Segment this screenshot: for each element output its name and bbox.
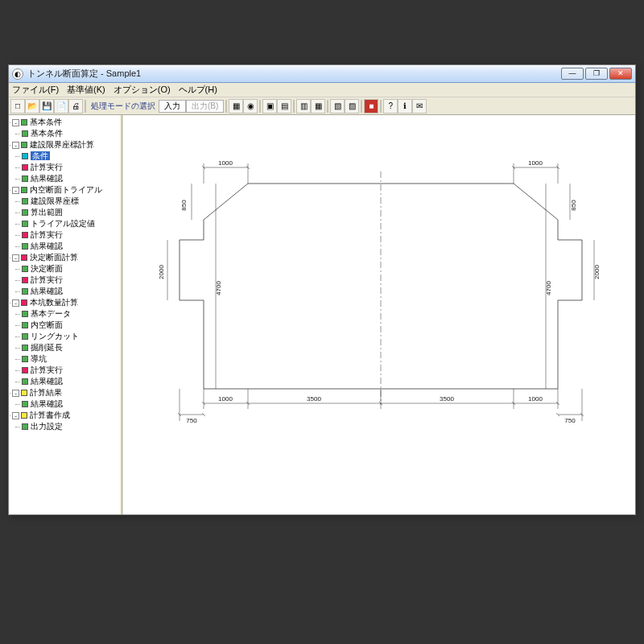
menu-option[interactable]: オプション(O): [114, 84, 171, 96]
minimize-button[interactable]: —: [561, 68, 584, 80]
help-icon[interactable]: ?: [383, 99, 398, 114]
collapse-icon[interactable]: -: [12, 299, 19, 307]
tool-icon-6[interactable]: ▦: [311, 99, 325, 114]
collapse-icon[interactable]: -: [12, 412, 19, 419]
dim-top-left: 1000: [218, 159, 233, 167]
tree-node[interactable]: 掘削延長: [31, 343, 63, 352]
separator: [293, 100, 295, 113]
node-icon: [22, 367, 28, 374]
drawing-canvas[interactable]: 1000 1000 850 850 4700 4700 2000 2000: [123, 115, 635, 514]
tree-node[interactable]: 導坑: [31, 354, 47, 363]
separator: [361, 100, 362, 113]
node-icon: [22, 333, 28, 340]
titlebar: ◐ トンネル断面算定 - Sample1 — ❐ ✕: [9, 65, 635, 83]
node-icon: [22, 130, 28, 137]
mode-output-button[interactable]: 出力(B): [186, 100, 224, 113]
tree-node[interactable]: 本坑数量計算: [30, 298, 78, 307]
tree-node[interactable]: 出力設定: [31, 422, 63, 431]
toolbar: □ 📂 💾 📄 🖨 処理モードの選択 入力 出力(B) ▦ ◉ ▣ ▤ ▥ ▦ …: [9, 97, 635, 115]
tree-node[interactable]: 結果確認: [31, 287, 63, 295]
tool-icon-9[interactable]: ■: [364, 99, 378, 114]
tree-node[interactable]: 計算実行: [31, 365, 63, 374]
node-icon: [22, 232, 28, 238]
node-icon: [21, 142, 27, 148]
tree-node[interactable]: 結果確認: [31, 377, 63, 386]
app-icon: ◐: [12, 68, 23, 80]
node-icon: [22, 401, 28, 407]
node-icon: [21, 299, 27, 306]
node-icon: [21, 254, 27, 261]
mode-input-button[interactable]: 入力: [159, 100, 186, 113]
menubar: ファイル(F) 基準値(K) オプション(O) ヘルプ(H): [9, 83, 635, 97]
collapse-icon[interactable]: -: [12, 142, 19, 149]
body: -基本条件 基本条件 -建設限界座標計算 条件 計算実行 結果確認 -内空断面ト…: [9, 115, 635, 514]
tree-node[interactable]: 決定断面: [31, 264, 63, 273]
tool-icon-1[interactable]: ▦: [229, 99, 243, 114]
tree-node-selected[interactable]: 条件: [31, 151, 50, 160]
separator: [225, 100, 227, 113]
node-icon: [22, 175, 28, 182]
tool-icon-2[interactable]: ◉: [243, 99, 258, 114]
info-icon[interactable]: ℹ: [398, 99, 412, 114]
collapse-icon[interactable]: -: [12, 254, 19, 262]
tree-node[interactable]: 基本条件: [31, 129, 63, 138]
close-button[interactable]: ✕: [609, 68, 632, 80]
node-icon: [22, 198, 28, 204]
tool-icon-3[interactable]: ▣: [262, 99, 277, 114]
window-title: トンネル断面算定 - Sample1: [27, 68, 561, 80]
node-icon: [21, 390, 27, 396]
tool-icon-4[interactable]: ▤: [277, 99, 291, 114]
saveas-icon[interactable]: 📄: [54, 99, 68, 114]
save-icon[interactable]: 💾: [39, 99, 54, 114]
maximize-button[interactable]: ❐: [585, 68, 608, 80]
node-icon: [21, 412, 27, 419]
tree-node[interactable]: 計算実行: [31, 163, 63, 171]
tool-icon-5[interactable]: ▥: [296, 99, 311, 114]
tree-node[interactable]: 計算結果: [30, 388, 62, 397]
node-icon: [21, 187, 27, 193]
tree-node[interactable]: 結果確認: [31, 174, 63, 183]
tree-node[interactable]: 計算実行: [31, 230, 63, 239]
tree-node[interactable]: トライアル設定値: [31, 219, 95, 228]
app-window: ◐ トンネル断面算定 - Sample1 — ❐ ✕ ファイル(F) 基準値(K…: [8, 64, 636, 515]
node-icon: [22, 311, 28, 317]
node-icon: [22, 209, 28, 216]
collapse-icon[interactable]: -: [12, 390, 19, 397]
new-icon[interactable]: □: [10, 99, 25, 114]
tree-node[interactable]: 基本条件: [30, 118, 62, 126]
tool-icon-7[interactable]: ▧: [330, 99, 345, 114]
dim-top-right: 1000: [528, 159, 543, 167]
collapse-icon[interactable]: -: [12, 187, 19, 194]
tool-icon-8[interactable]: ▨: [345, 99, 359, 114]
node-icon: [22, 288, 28, 295]
tree-node[interactable]: 結果確認: [31, 399, 63, 408]
tree-node[interactable]: 決定断面計算: [30, 253, 78, 262]
tree-node[interactable]: 内空断面トライアル: [30, 185, 102, 194]
node-icon: [22, 423, 28, 430]
tree-node[interactable]: 計算書作成: [30, 411, 70, 419]
collapse-icon[interactable]: -: [12, 119, 19, 126]
tree-node[interactable]: 建設限界座標: [31, 196, 79, 205]
dim-bottom-3: 3500: [440, 395, 454, 402]
tree-node[interactable]: 基本データ: [31, 309, 71, 318]
about-icon[interactable]: ✉: [412, 99, 427, 114]
dim-side-left: 2000: [158, 265, 165, 279]
open-icon[interactable]: 📂: [25, 99, 39, 114]
tree-node[interactable]: 建設限界座標計算: [30, 140, 94, 149]
tree-panel[interactable]: -基本条件 基本条件 -建設限界座標計算 条件 計算実行 結果確認 -内空断面ト…: [9, 115, 122, 514]
tree-node[interactable]: 内空断面: [31, 320, 63, 329]
tree-node[interactable]: 結果確認: [31, 242, 63, 250]
print-icon[interactable]: 🖨: [68, 99, 83, 114]
menu-file[interactable]: ファイル(F): [12, 84, 59, 96]
menu-standard[interactable]: 基準値(K): [67, 84, 105, 96]
node-icon: [22, 277, 28, 283]
node-icon: [22, 153, 28, 159]
menu-help[interactable]: ヘルプ(H): [179, 84, 217, 96]
tree-node[interactable]: リングカット: [31, 332, 79, 341]
separator: [85, 100, 86, 113]
tree-node[interactable]: 算出範囲: [31, 208, 63, 217]
node-icon: [22, 345, 28, 351]
dim-side-right: 2000: [593, 265, 601, 279]
tree-node[interactable]: 計算実行: [31, 275, 63, 284]
dim-side-top-left: 850: [180, 200, 188, 211]
